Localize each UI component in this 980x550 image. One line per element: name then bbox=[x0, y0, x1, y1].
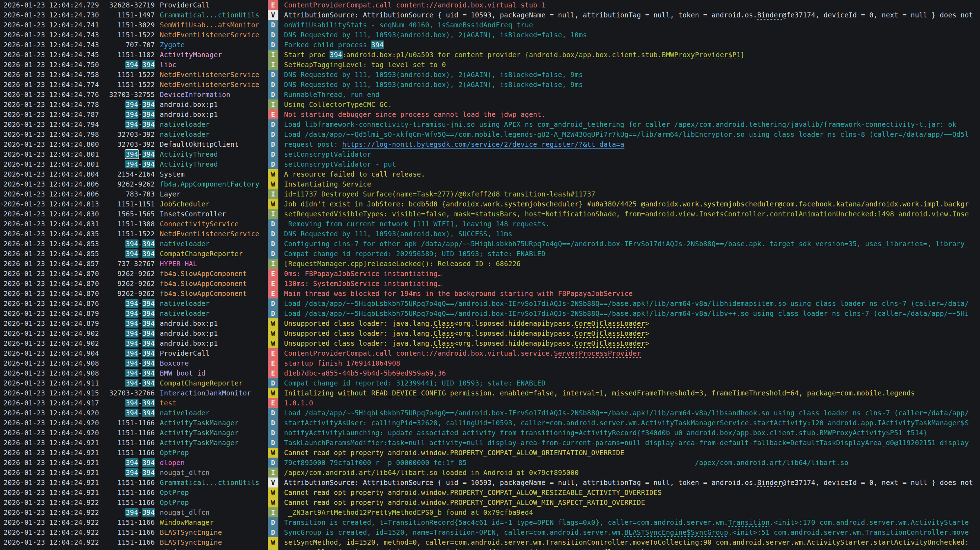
log-row[interactable]: 2026-01-23 12:04:24.922394-394nougat_dlf… bbox=[0, 507, 980, 517]
log-row[interactable]: 2026-01-23 12:04:24.8709262-9262fb4a.Slo… bbox=[0, 279, 980, 289]
log-row[interactable]: 2026-01-23 12:04:24.9221151-1166BLASTSyn… bbox=[0, 537, 980, 547]
log-row[interactable]: 2026-01-23 12:04:24.7411151-3029SemWifiU… bbox=[0, 20, 980, 30]
search-match-highlight: 394 bbox=[126, 300, 138, 307]
log-pid-tid: 1151-1166 bbox=[107, 478, 155, 488]
log-pid-tid: 1151-1166 bbox=[107, 527, 155, 537]
text-segment: 1151-1166 bbox=[118, 548, 155, 550]
log-row[interactable]: 2026-01-23 12:04:24.876394-394nativeload… bbox=[0, 298, 980, 308]
log-row[interactable]: 2026-01-23 12:04:24.8351151-1522NetdEven… bbox=[0, 229, 980, 239]
log-row[interactable]: 2026-01-23 12:04:24.9201151-1166Activity… bbox=[0, 428, 980, 438]
log-message: Removing from current network [111 WIFI]… bbox=[284, 219, 980, 229]
url-link[interactable]: https://log-nontt.bytegsdk.com/service/2… bbox=[342, 140, 625, 148]
log-timestamp: 2026-01-23 12:04:24.813 bbox=[3, 199, 104, 209]
text-segment: ContentProviderCompat.call content://and… bbox=[284, 349, 554, 357]
log-message: SyncGroup is created, id=1520, name=Tran… bbox=[284, 527, 980, 537]
log-row[interactable]: 2026-01-23 12:04:24.902394-394android.bo… bbox=[0, 338, 980, 348]
log-row[interactable]: 2026-01-23 12:04:24.794394-394nativeload… bbox=[0, 120, 980, 129]
log-row[interactable]: 2026-01-23 12:04:24.921394-394dlopenD79c… bbox=[0, 458, 980, 467]
log-row[interactable]: 2026-01-23 12:04:24.857737-32767HYPER-HA… bbox=[0, 259, 980, 269]
search-match-highlight: 394 bbox=[126, 309, 138, 317]
log-row[interactable]: 2026-01-23 12:04:24.8311151-1388Connecti… bbox=[0, 219, 980, 229]
log-row[interactable]: 2026-01-23 12:04:24.9211151-1166OptPropW… bbox=[0, 488, 980, 497]
log-row[interactable]: 2026-01-23 12:04:24.908394-394BMW boot_i… bbox=[0, 368, 980, 378]
log-pid-tid: 1151-3029 bbox=[107, 20, 155, 30]
log-pid-tid: 1151-1522 bbox=[107, 70, 155, 80]
log-row[interactable]: 2026-01-23 12:04:24.8301565-1565InsetsCo… bbox=[0, 209, 980, 219]
log-message: Forked child process 394 bbox=[284, 40, 980, 50]
log-row[interactable]: 2026-01-23 12:04:24.80032703-392DefaultO… bbox=[0, 139, 980, 149]
log-row[interactable]: 2026-01-23 12:04:24.904394-394ProviderCa… bbox=[0, 348, 980, 358]
log-timestamp: 2026-01-23 12:04:24.921 bbox=[3, 478, 104, 488]
log-row[interactable]: 2026-01-23 12:04:24.9211151-1166Activity… bbox=[0, 438, 980, 448]
log-tag: ActivityTaskManager bbox=[160, 418, 265, 428]
log-row[interactable]: 2026-01-23 12:04:24.91532703-32766Intera… bbox=[0, 388, 980, 398]
log-row[interactable]: 2026-01-23 12:04:24.911394-394CompatChan… bbox=[0, 378, 980, 388]
search-match-highlight: 394 bbox=[142, 300, 155, 307]
log-row[interactable]: 2026-01-23 12:04:24.908394-394BoxcoreEst… bbox=[0, 358, 980, 368]
text-segment: Binder bbox=[757, 11, 782, 19]
log-row[interactable]: 2026-01-23 12:04:24.7431151-1522NetdEven… bbox=[0, 30, 980, 40]
log-message: d1eb7dbc-a855-44b5-9b4d-5b69ed959a69,36 bbox=[284, 368, 980, 378]
log-row[interactable]: 2026-01-23 12:04:24.9211151-1166OptPropW… bbox=[0, 448, 980, 458]
log-row[interactable]: 2026-01-23 12:04:24.9221151-1166BLASTSyn… bbox=[0, 527, 980, 537]
log-row[interactable]: 2026-01-23 12:04:24.72932628-32719Provid… bbox=[0, 0, 980, 10]
log-row[interactable]: ›2026-01-23 12:04:24.8131151-1151JobSche… bbox=[0, 199, 980, 209]
text-segment: 1151-1522 bbox=[118, 31, 155, 39]
log-tag: HYPER-HAL bbox=[160, 259, 265, 269]
text-segment: Class bbox=[434, 339, 454, 347]
log-row[interactable]: 2026-01-23 12:04:24.902394-394android.bo… bbox=[0, 328, 980, 338]
log-row[interactable]: 2026-01-23 12:04:24.8709262-9262fb4a.Slo… bbox=[0, 269, 980, 279]
log-row[interactable]: 2026-01-23 12:04:24.806783-783LayerIid=1… bbox=[0, 189, 980, 199]
log-row[interactable]: 2026-01-23 12:04:24.79832703-392nativelo… bbox=[0, 129, 980, 139]
log-row[interactable]: 2026-01-23 12:04:24.879394-394android.bo… bbox=[0, 318, 980, 328]
log-tag: android.box:p1 bbox=[160, 338, 265, 348]
log-row[interactable]: 2026-01-23 12:04:24.801394-394ActivityTh… bbox=[0, 149, 980, 159]
log-row[interactable]: 2026-01-23 12:04:24.9201151-1166Activity… bbox=[0, 418, 980, 428]
log-row[interactable]: 2026-01-23 12:04:24.9211151-1166Grammati… bbox=[0, 478, 980, 488]
log-pid-tid: 1151-1166 bbox=[107, 438, 155, 448]
log-timestamp: 2026-01-23 12:04:24.830 bbox=[3, 209, 104, 219]
text-segment: ContentProviderCompat.call content://and… bbox=[284, 1, 546, 9]
log-tag: CompatChangeReporter bbox=[160, 249, 265, 259]
log-level-badge: V bbox=[268, 478, 278, 488]
text-segment: Job didn't exist in JobStore: bcdb5d8 {a… bbox=[284, 200, 969, 208]
log-message: Start proc 394:android.box:p1/u0a593 for… bbox=[284, 50, 980, 60]
log-row[interactable]: 2026-01-23 12:04:24.9221151-1166WindowMa… bbox=[0, 547, 980, 550]
log-row[interactable]: 2026-01-23 12:04:24.855394-394CompatChan… bbox=[0, 249, 980, 259]
log-row[interactable]: 2026-01-23 12:04:24.8709262-9262fb4a.Slo… bbox=[0, 289, 980, 298]
log-tag: nativeloader bbox=[160, 120, 265, 129]
log-row[interactable]: 2026-01-23 12:04:24.750394-394libcISetHe… bbox=[0, 60, 980, 70]
log-row[interactable]: 2026-01-23 12:04:24.920394-394nativeload… bbox=[0, 408, 980, 418]
text-segment: BLASTSyncEngine$SyncGroup bbox=[625, 528, 728, 536]
log-row[interactable]: 2026-01-23 12:04:24.921394-394nougat_dlf… bbox=[0, 467, 980, 478]
log-row[interactable]: 2026-01-23 12:04:24.743707-707ZygoteDFor… bbox=[0, 40, 980, 50]
log-pid-tid: 394-394 bbox=[107, 398, 155, 408]
log-tag: ProviderCall bbox=[160, 348, 265, 358]
log-row[interactable]: 2026-01-23 12:04:24.917394-394testE1.0.1… bbox=[0, 398, 980, 408]
log-row[interactable]: 2026-01-23 12:04:24.7451151-1182Activity… bbox=[0, 50, 980, 60]
log-row[interactable]: 2026-01-23 12:04:24.787394-394android.bo… bbox=[0, 110, 980, 120]
log-timestamp: 2026-01-23 12:04:24.857 bbox=[3, 259, 104, 269]
log-row[interactable]: 2026-01-23 12:04:24.853394-394nativeload… bbox=[0, 239, 980, 249]
log-row[interactable]: 2026-01-23 12:04:24.7741151-1522NetdEven… bbox=[0, 80, 980, 89]
log-timestamp: 2026-01-23 12:04:24.911 bbox=[3, 378, 104, 388]
log-row[interactable]: 2026-01-23 12:04:24.879394-394nativeload… bbox=[0, 308, 980, 318]
log-row[interactable]: 2026-01-23 12:04:24.8069262-9262fb4a.App… bbox=[0, 179, 980, 189]
expand-chevron-icon[interactable]: › bbox=[0, 199, 4, 209]
log-pid-tid: 9262-9262 bbox=[107, 179, 155, 189]
log-row[interactable]: 2026-01-23 12:04:24.8042154-2164SystemWA… bbox=[0, 169, 980, 179]
log-message: Compat change id reported: 312399441; UI… bbox=[284, 378, 980, 388]
log-message: /apex/com.android.art/lib64/libart.so lo… bbox=[284, 467, 980, 478]
log-row[interactable]: 2026-01-23 12:04:24.801394-394ActivityTh… bbox=[0, 159, 980, 169]
log-row[interactable]: 2026-01-23 12:04:24.77632703-32755Device… bbox=[0, 89, 980, 99]
log-message: request post: https://log-nontt.bytegsdk… bbox=[284, 139, 980, 149]
log-message: Load libframework-connectivity-tiramisu-… bbox=[284, 120, 980, 129]
log-row[interactable]: 2026-01-23 12:04:24.9221151-1166WindowMa… bbox=[0, 517, 980, 527]
log-tag: nativeloader bbox=[160, 408, 265, 418]
log-row[interactable]: 2026-01-23 12:04:24.7301151-1497Grammati… bbox=[0, 10, 980, 20]
log-row[interactable]: 2026-01-23 12:04:24.7581151-1522NetdEven… bbox=[0, 70, 980, 80]
log-row[interactable]: 2026-01-23 12:04:24.778394-394android.bo… bbox=[0, 99, 980, 110]
log-row[interactable]: 2026-01-23 12:04:24.9221151-1166OptPropW… bbox=[0, 497, 980, 507]
log-message: notifyActivityLaunching: update associat… bbox=[284, 428, 980, 438]
log-tag: android.box:p1 bbox=[160, 99, 265, 110]
